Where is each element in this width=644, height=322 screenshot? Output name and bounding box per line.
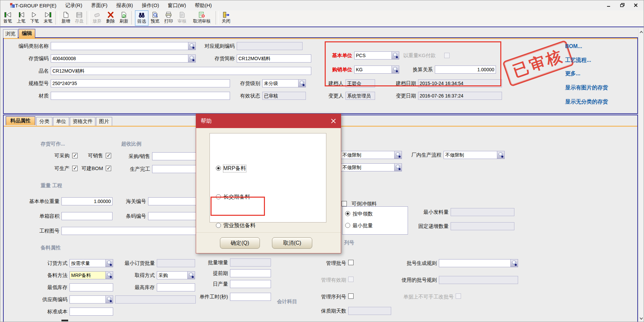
more-link[interactable]: 更多... <box>565 70 580 77</box>
base-unit-field[interactable]: PCS <box>354 51 399 59</box>
discard-button: 放弃 <box>90 10 104 26</box>
no-limit-field-1[interactable]: 不做限制 <box>341 151 402 159</box>
backflush-checkbox[interactable] <box>341 201 347 206</box>
daily-output-field[interactable] <box>230 280 271 288</box>
max-stock-field[interactable] <box>157 283 195 291</box>
batch-rule-field[interactable] <box>439 259 518 267</box>
delete-button[interactable]: 删除 <box>104 10 117 26</box>
lookup-icon[interactable] <box>392 52 399 59</box>
no-limit-field-2[interactable]: 不做限制 <box>341 163 402 171</box>
menu-interface[interactable]: 界面(F) <box>91 2 107 9</box>
process-flow-link[interactable]: 工艺流程... <box>565 57 591 64</box>
factory-flow-field[interactable]: 不做限制 <box>444 151 505 159</box>
manage-serial-checkbox[interactable] <box>348 293 354 299</box>
preview-button[interactable]: 预览 <box>148 10 162 26</box>
unit-hours-field[interactable] <box>230 293 271 301</box>
first-record-button[interactable]: 首笔 <box>1 10 14 26</box>
lookup-icon[interactable] <box>510 259 518 267</box>
subtab-item-attributes[interactable]: 料品属性 <box>6 116 35 125</box>
supplier-code-field[interactable] <box>70 295 113 304</box>
std-cost-field[interactable] <box>70 308 113 316</box>
menu-window[interactable]: 窗口(W) <box>168 2 186 9</box>
mrp-radio[interactable] <box>216 166 221 171</box>
lookup-icon[interactable] <box>188 55 195 62</box>
sellable-checkbox[interactable] <box>106 153 111 158</box>
order-mode-field[interactable]: 按需求量 <box>70 259 113 267</box>
cancel-audit-button[interactable]: 取消审核 <box>189 10 215 26</box>
lookup-icon[interactable] <box>188 42 195 50</box>
lookup-icon[interactable] <box>105 272 113 279</box>
modifier-field: 系统管理员 <box>346 92 375 100</box>
producible-checkbox[interactable] <box>72 166 78 171</box>
code-category-label: 编码类别名称 <box>12 42 49 50</box>
scroll-down-arrow[interactable] <box>639 316 644 321</box>
trade-unit-field[interactable]: KG <box>354 66 399 74</box>
menu-operation[interactable]: 操作(O) <box>142 2 159 9</box>
tab-edit[interactable]: 编辑 <box>18 29 35 38</box>
scroll-up-arrow[interactable] <box>639 29 644 35</box>
lookup-icon[interactable] <box>105 259 113 267</box>
min-stock-field[interactable] <box>70 283 113 291</box>
next-record-button[interactable]: 下笔 <box>28 10 41 26</box>
bomable-label: 可建BOM <box>80 164 103 172</box>
last-record-button[interactable]: 末笔 <box>41 10 55 26</box>
bomable-checkbox[interactable] <box>106 166 111 171</box>
close-form-button[interactable]: 关闭 <box>219 10 233 26</box>
minimize-button[interactable] <box>605 2 612 8</box>
close-window-button[interactable] <box>632 2 639 8</box>
print-button[interactable]: 打印 <box>162 10 175 26</box>
lookup-icon[interactable] <box>298 80 306 87</box>
conversion-field[interactable]: 1.00000 <box>435 66 496 74</box>
prep-method-field[interactable]: MRP备料 <box>70 271 113 279</box>
subtab-image[interactable]: 图片 <box>96 117 112 126</box>
lookup-icon[interactable] <box>394 151 402 159</box>
dialog-close-icon[interactable] <box>330 118 337 124</box>
lookup-icon[interactable] <box>392 66 399 73</box>
issue-mode-radiogroup[interactable]: 按申领数 最小批量 <box>342 206 408 235</box>
menu-record[interactable]: 记录(R) <box>65 2 82 9</box>
ok-button[interactable]: 确定(Q) <box>220 237 260 249</box>
subtab-unit[interactable]: 单位 <box>53 117 69 126</box>
dialog-title: 帮助 <box>201 118 212 124</box>
sales-forecast-radio[interactable] <box>216 223 221 228</box>
box-volume-field[interactable] <box>61 212 112 220</box>
lookup-icon[interactable] <box>105 296 113 303</box>
menu-help[interactable]: 帮助(H) <box>195 2 212 9</box>
restore-button[interactable] <box>619 2 626 8</box>
material-field[interactable] <box>51 92 230 100</box>
by-request-radio[interactable] <box>345 211 350 216</box>
show-items-with-image-link[interactable]: 显示有图片的存货 <box>565 84 608 91</box>
min-order-qty-label: 最小订货批量 <box>114 259 155 267</box>
cancel-button[interactable]: 取消(C) <box>272 237 312 249</box>
base-unit-weight-field[interactable]: 1.00000 <box>61 197 112 205</box>
tab-browse[interactable]: 浏览 <box>3 29 18 38</box>
shelf-days-label: 保质期天数 <box>312 307 346 315</box>
lookup-icon[interactable] <box>187 272 195 279</box>
purchasable-checkbox[interactable] <box>72 153 78 158</box>
long-lead-radio[interactable] <box>216 194 221 199</box>
bom-link[interactable]: BOM... <box>565 43 582 49</box>
filter-button[interactable]: 筛选 <box>135 10 148 26</box>
show-unclassified-items-link[interactable]: 显示无分类的存货 <box>565 98 608 106</box>
new-button[interactable]: 新增 <box>59 10 73 26</box>
spec-field[interactable]: 250*240*35 <box>51 79 230 87</box>
lookup-icon[interactable] <box>497 151 504 159</box>
menu-report[interactable]: 报表(B) <box>116 2 133 9</box>
lead-time-field[interactable] <box>230 269 271 277</box>
prev-record-button[interactable]: 上笔 <box>14 10 28 26</box>
factory-flow-label: 厂内生产流程 <box>404 151 442 159</box>
manage-batch-checkbox[interactable] <box>348 260 354 265</box>
menu-tgroup-erp[interactable]: T-GROUP ERP(E) <box>15 3 56 8</box>
item-level-field[interactable]: 未分级 <box>262 79 306 87</box>
lookup-icon[interactable] <box>394 164 402 171</box>
item-name-field[interactable]: CR12MOV精料 <box>51 67 311 75</box>
code-category-field[interactable] <box>51 42 196 50</box>
vertical-scrollbar[interactable] <box>638 29 644 322</box>
subtab-category[interactable]: 分类 <box>36 117 52 126</box>
min-batch-radio[interactable] <box>345 223 350 228</box>
item-code-field[interactable]: 400400008 <box>51 54 196 63</box>
refresh-button[interactable]: 刷新 <box>117 10 131 26</box>
item-short-name-field[interactable]: CR12MOV精料 <box>237 54 311 63</box>
subtab-qualification[interactable]: 资格文件 <box>70 117 95 126</box>
acquire-mode-field[interactable]: 采购 <box>157 271 195 279</box>
